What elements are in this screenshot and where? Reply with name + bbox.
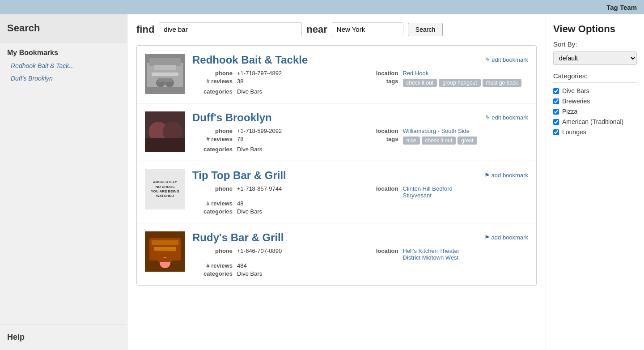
result-thumbnail-duffs xyxy=(145,111,185,152)
tag-must-go-back: must go back xyxy=(483,79,521,87)
find-label: find xyxy=(136,24,154,35)
add-bookmark-rudys[interactable]: ⚑ add bookmark xyxy=(484,234,528,241)
svg-rect-14 xyxy=(152,240,178,245)
location-label-redhook: location xyxy=(363,70,403,77)
edit-bookmark-icon: ✎ xyxy=(485,56,490,63)
phone-label-duffs: phone xyxy=(192,128,237,134)
category-dive-bars-label: Dive Bars xyxy=(562,87,589,94)
add-bookmark-tiptop[interactable]: ⚑ add bookmark xyxy=(484,172,528,179)
result-name-redhook[interactable]: Redhook Bait & Tackle xyxy=(192,54,308,66)
categories-label-tiptop: categories xyxy=(192,208,237,215)
category-american-traditional: American (Traditional) xyxy=(553,118,637,125)
reviews-label-duffs: # reviews xyxy=(192,136,237,145)
top-bar: Tag Team xyxy=(0,0,644,14)
categories-label-redhook: categories xyxy=(192,88,237,95)
category-lounges: Lounges xyxy=(553,128,637,136)
svg-rect-15 xyxy=(154,247,176,251)
tag-great: great xyxy=(458,137,477,145)
search-bar: find near Search xyxy=(136,22,537,36)
sidebar-bookmarks-title: My Bookmarks xyxy=(0,43,127,60)
table-row: Rudy's Bar & Grill ⚑ add bookmark phone … xyxy=(137,223,536,285)
svg-rect-11 xyxy=(145,138,185,152)
phone-label-tiptop: phone xyxy=(192,185,237,199)
table-row: Redhook Bait & Tackle ✎ edit bookmark ph… xyxy=(137,46,536,103)
category-breweries-checkbox[interactable] xyxy=(553,98,559,104)
tag-group-hangout: group hangout xyxy=(439,79,480,87)
phone-value-rudys: +1-646-707-0890 xyxy=(237,248,363,261)
table-row: ABSOLUTELYNO DRUGSYOU ARE BEINGWATCHED T… xyxy=(137,161,536,223)
reviews-value-duffs: 78 xyxy=(237,136,363,145)
categories-value-duffs: Dive Bars xyxy=(237,146,363,153)
categories-label-rudys: categories xyxy=(192,270,237,277)
reviews-label-tiptop: # reviews xyxy=(192,200,237,207)
reviews-value-rudys: 484 xyxy=(237,262,363,269)
phone-value-redhook: +1-718-797-4892 xyxy=(237,70,363,77)
search-find-input[interactable] xyxy=(159,22,302,36)
category-american-traditional-checkbox[interactable] xyxy=(553,119,559,125)
svg-rect-17 xyxy=(158,258,172,262)
result-thumbnail-tiptop: ABSOLUTELYNO DRUGSYOU ARE BEINGWATCHED xyxy=(145,169,185,209)
reviews-value-redhook: 38 xyxy=(237,78,363,87)
reviews-label-redhook: # reviews xyxy=(192,78,237,87)
search-button[interactable]: Search xyxy=(408,23,443,36)
categories-label-duffs: categories xyxy=(192,146,237,153)
location-value-tiptop: Clinton Hill BedfordStuyvesant xyxy=(403,185,529,199)
edit-bookmark-duffs[interactable]: ✎ edit bookmark xyxy=(485,114,528,121)
sort-select[interactable]: default name reviews distance xyxy=(553,51,637,65)
sidebar: Search My Bookmarks Redhook Bait & Tack.… xyxy=(0,14,127,350)
category-dive-bars: Dive Bars xyxy=(553,87,637,94)
result-details-duffs: phone +1-718-599-2092 location Williamsb… xyxy=(192,128,528,153)
result-thumbnail-redhook xyxy=(145,54,185,94)
result-thumbnail-rudys xyxy=(145,231,185,272)
category-dive-bars-checkbox[interactable] xyxy=(553,88,559,94)
tags-container-duffs: nice check it out great xyxy=(403,136,529,145)
tag-nice: nice xyxy=(403,137,420,145)
categories-value-rudys: Dive Bars xyxy=(237,270,363,277)
sidebar-search-label[interactable]: Search xyxy=(0,14,127,43)
search-near-input[interactable] xyxy=(332,22,403,36)
tags-container-redhook: check it out group hangout must go back xyxy=(403,78,529,87)
category-breweries-label: Breweries xyxy=(562,98,590,105)
tags-label-redhook: tags xyxy=(363,78,403,87)
result-name-tiptop[interactable]: Tip Top Bar & Grill xyxy=(192,169,286,182)
location-label-tiptop: location xyxy=(363,185,403,199)
category-lounges-checkbox[interactable] xyxy=(553,129,559,135)
result-details-redhook: phone +1-718-797-4892 location Red Hook … xyxy=(192,70,528,95)
result-body-redhook: Redhook Bait & Tackle ✎ edit bookmark ph… xyxy=(192,54,528,95)
result-name-rudys[interactable]: Rudy's Bar & Grill xyxy=(192,231,284,244)
location-label-duffs: location xyxy=(363,128,403,134)
view-options-title: View Options xyxy=(553,23,637,35)
edit-bookmark-redhook[interactable]: ✎ edit bookmark xyxy=(485,56,528,63)
category-pizza-label: Pizza xyxy=(562,108,577,115)
svg-rect-4 xyxy=(152,73,178,76)
location-value-duffs: Williamsburg - South Side xyxy=(403,128,529,134)
result-name-duffs[interactable]: Duff's Brooklyn xyxy=(192,111,272,124)
categories-value-redhook: Dive Bars xyxy=(237,88,363,95)
result-body-tiptop: Tip Top Bar & Grill ⚑ add bookmark phone… xyxy=(192,169,528,215)
sidebar-help-label[interactable]: Help xyxy=(0,324,127,350)
right-panel: View Options Sort By: default name revie… xyxy=(546,14,644,350)
app-title: Tag Team xyxy=(606,4,637,11)
category-pizza-checkbox[interactable] xyxy=(553,109,559,115)
result-body-rudys: Rudy's Bar & Grill ⚑ add bookmark phone … xyxy=(192,231,528,277)
main-content: find near Search xyxy=(127,14,546,350)
svg-rect-3 xyxy=(154,65,176,70)
result-details-rudys: phone +1-646-707-0890 location Hell's Ki… xyxy=(192,248,528,277)
reviews-label-rudys: # reviews xyxy=(192,262,237,269)
add-bookmark-icon-rudys: ⚑ xyxy=(484,234,490,241)
tags-label-duffs: tags xyxy=(363,136,403,145)
phone-value-duffs: +1-718-599-2092 xyxy=(237,128,363,134)
categories-value-tiptop: Dive Bars xyxy=(237,208,363,215)
result-details-tiptop: phone +1-718-857-9744 location Clinton H… xyxy=(192,185,528,215)
phone-value-tiptop: +1-718-857-9744 xyxy=(237,185,363,199)
sidebar-bookmark-duffs[interactable]: Duff's Brooklyn xyxy=(0,72,127,85)
category-breweries: Breweries xyxy=(553,98,637,105)
reviews-value-tiptop: 48 xyxy=(237,200,363,207)
result-body-duffs: Duff's Brooklyn ✎ edit bookmark phone +1… xyxy=(192,111,528,153)
tag-check-it-out: check it out xyxy=(403,79,437,87)
tag-check-it-out-duffs: check it out xyxy=(422,137,456,145)
sidebar-bookmark-redhook[interactable]: Redhook Bait & Tack... xyxy=(0,60,127,72)
edit-bookmark-icon-duffs: ✎ xyxy=(485,114,490,121)
sort-label: Sort By: xyxy=(553,40,637,48)
category-lounges-label: Lounges xyxy=(562,128,586,136)
